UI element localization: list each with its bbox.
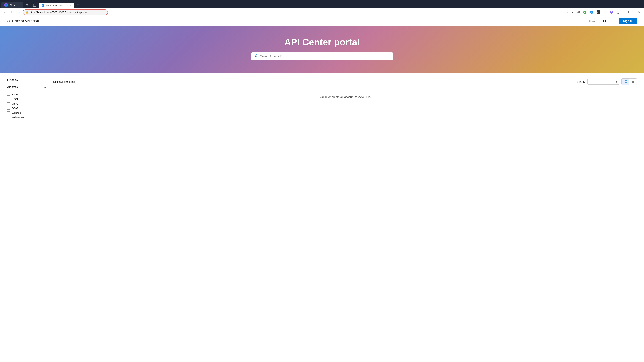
address-bar[interactable]: 🔒 (23, 9, 108, 15)
sidebar-toggle-icon[interactable] (31, 2, 38, 8)
filter-checkbox-rest[interactable] (7, 93, 10, 96)
list-view-button[interactable] (629, 79, 637, 85)
tab-stack-icon[interactable] (23, 2, 30, 8)
filter-label-rest: REST (12, 93, 18, 96)
svg-rect-24 (624, 82, 625, 83)
hero-search-bar (251, 52, 393, 60)
favorites-bar-button[interactable]: ☆ (631, 9, 636, 15)
svg-text:s: s (591, 11, 592, 13)
filter-item-soap[interactable]: SOAP (7, 107, 46, 110)
extension3-button[interactable]: </> (596, 9, 601, 15)
filter-item-rest[interactable]: REST (7, 93, 46, 96)
filter-item-graphql[interactable]: GraphQL (7, 98, 46, 100)
app-nav: Home Help Sign in (589, 18, 637, 24)
back-button[interactable]: ← (2, 9, 8, 15)
sort-select-wrapper: Name Date Created Date Modified (587, 79, 619, 85)
filter-label-soap: SOAP (12, 107, 19, 110)
filter-label-graphql: GraphQL (12, 98, 22, 100)
filter-checkbox-grpc[interactable] (7, 102, 10, 105)
filter-item-webhook[interactable]: Webhook (7, 111, 46, 114)
content-toolbar: Displaying 0 items Sort by Name Date Cre… (53, 78, 637, 85)
svg-rect-22 (624, 80, 625, 81)
filter-label-websocket: WebSocket (12, 116, 24, 119)
profile-tab-label: Work (10, 4, 15, 6)
svg-rect-17 (626, 11, 627, 13)
active-tab-title: API Center portal (46, 4, 64, 7)
refresh-button[interactable]: ↻ (10, 9, 15, 15)
favorites-button[interactable]: ★ (570, 9, 574, 15)
collections-button[interactable] (576, 9, 581, 15)
filter-checkbox-soap[interactable] (7, 107, 10, 110)
filter-item-websocket[interactable]: WebSocket (7, 116, 46, 119)
filter-checkbox-websocket[interactable] (7, 116, 10, 119)
tab-close-button[interactable]: ✕ (69, 4, 72, 7)
lock-icon: 🔒 (26, 11, 28, 14)
home-nav-link[interactable]: Home (589, 19, 596, 22)
displaying-count: Displaying 0 items (53, 80, 75, 83)
filter-section-toggle[interactable]: ∧ (44, 85, 46, 88)
toolbar-divider (622, 10, 623, 14)
profile-tab[interactable]: 👤 Work (2, 1, 23, 8)
sidebar: Filter by API type ∧ REST GraphQL gRPC (7, 78, 46, 138)
tab-favicon: A (42, 4, 44, 7)
app-header: ⚙ Contoso API portal Home Help Sign in (0, 16, 644, 26)
edit-button[interactable] (602, 9, 608, 15)
svg-rect-8 (577, 12, 578, 13)
hero-search-icon (254, 54, 258, 58)
svg-rect-18 (627, 11, 628, 13)
app-logo: ⚙ Contoso API portal (7, 19, 39, 23)
svg-rect-23 (626, 80, 626, 81)
svg-point-20 (255, 55, 257, 57)
grid-view-button[interactable] (622, 79, 629, 85)
tab-bar: 👤 Work A API Center p (0, 0, 644, 8)
profile-button[interactable] (609, 9, 614, 15)
extension2-button[interactable]: s (589, 9, 594, 15)
svg-point-16 (611, 11, 612, 12)
extension1-button[interactable] (582, 9, 588, 15)
svg-text:</>: </> (597, 11, 600, 13)
url-input[interactable] (30, 11, 105, 14)
filter-label-webhook: Webhook (12, 111, 22, 114)
new-tab-button[interactable]: + (74, 1, 81, 8)
svg-point-19 (639, 12, 640, 12)
main-content: Filter by API type ∧ REST GraphQL gRPC (0, 73, 644, 144)
page-wrapper: ⚙ Contoso API portal Home Help Sign in A… (0, 16, 644, 362)
help-nav-link[interactable]: Help (602, 19, 608, 22)
sort-select[interactable]: Name Date Created Date Modified (587, 79, 619, 85)
window-controls: — (634, 4, 644, 8)
svg-text:A: A (42, 4, 43, 6)
content-area: Displaying 0 items Sort by Name Date Cre… (53, 78, 637, 138)
signin-button[interactable]: Sign in (619, 18, 637, 24)
active-tab[interactable]: A API Center portal ✕ (39, 3, 74, 8)
app-title: Contoso API portal (12, 19, 39, 23)
view-toggle (622, 78, 637, 85)
api-search-input[interactable] (260, 55, 390, 58)
svg-rect-6 (577, 11, 578, 12)
svg-line-21 (257, 57, 258, 57)
filter-section-title: API type ∧ (7, 85, 46, 91)
filter-label-grpc: gRPC (12, 102, 18, 105)
filter-item-grpc[interactable]: gRPC (7, 102, 46, 105)
browser-toolbar: ← ↻ ⌂ 🔒 ★ (0, 8, 644, 16)
svg-rect-25 (626, 82, 626, 83)
read-aloud-button[interactable] (564, 9, 569, 15)
home-button[interactable]: ⌂ (16, 9, 21, 15)
minimize-button[interactable]: — (636, 4, 642, 8)
empty-message: Sign in or create an account to view API… (53, 95, 637, 99)
svg-rect-7 (578, 11, 579, 12)
hero-banner: API Center portal (0, 26, 644, 73)
filter-checkbox-webhook[interactable] (7, 111, 10, 114)
profile-avatar: 👤 (4, 3, 8, 7)
svg-rect-2 (34, 4, 36, 6)
nav-divider (613, 19, 613, 23)
sort-label: Sort by (577, 80, 585, 83)
item-count: 0 (66, 80, 68, 83)
split-view-button[interactable] (624, 9, 630, 15)
settings-button[interactable] (636, 9, 642, 15)
shield-button[interactable] (616, 9, 621, 15)
api-type-section-label: API type (7, 85, 18, 88)
toolbar-right: ★ s (564, 9, 642, 15)
browser-chrome: 👤 Work A API Center p (0, 0, 644, 16)
filter-list: REST GraphQL gRPC SOAP Webhook (7, 93, 46, 119)
filter-checkbox-graphql[interactable] (7, 98, 10, 100)
